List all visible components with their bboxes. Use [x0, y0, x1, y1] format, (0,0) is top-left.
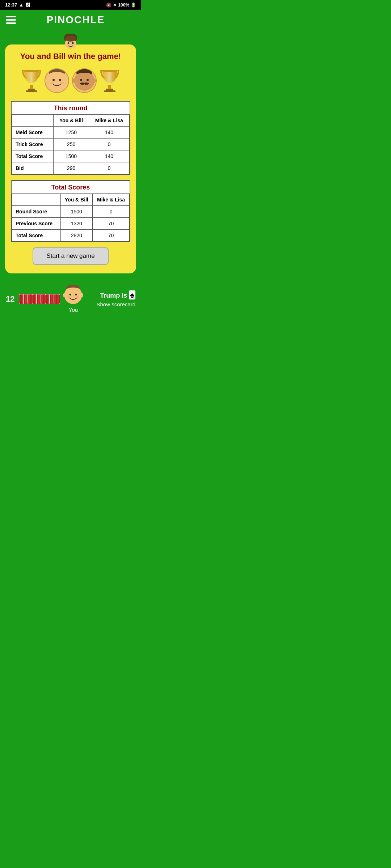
total-col-empty	[12, 194, 61, 206]
row-v1: 1500	[54, 150, 89, 162]
row-v2: 70	[93, 230, 130, 242]
svg-point-36	[67, 296, 71, 298]
win-title: You and Bill win the game!	[11, 52, 130, 61]
status-left: 12:37 ▲ 🖼	[5, 2, 30, 8]
row-v2: 140	[89, 150, 129, 162]
app-header: PINOCHLE	[0, 10, 141, 30]
status-bar: 12:37 ▲ 🖼 🔇 ✕ 100% 🔋	[0, 0, 141, 10]
row-v2: 0	[93, 206, 130, 218]
table-row: Meld Score 1250 140	[12, 127, 130, 139]
svg-point-22	[87, 79, 89, 81]
player-face-bill	[45, 68, 69, 93]
trump-text: Trump is ♠	[96, 290, 135, 300]
row-label: Previous Score	[12, 218, 61, 230]
round-col1-header: You & Bill	[54, 115, 89, 127]
svg-point-2	[68, 42, 70, 44]
svg-point-34	[70, 294, 71, 295]
svg-point-39	[81, 293, 83, 297]
svg-point-15	[60, 82, 64, 84]
row-label: Meld Score	[12, 127, 54, 139]
signal-icon: ✕	[113, 3, 117, 8]
round-col-empty	[12, 115, 54, 127]
show-scorecard-link[interactable]: Show scorecard	[96, 301, 135, 307]
table-row: Total Score 1500 140	[12, 150, 130, 162]
image-icon: 🖼	[25, 2, 30, 8]
green-space	[0, 30, 141, 44]
hamburger-line-2	[6, 19, 16, 21]
svg-rect-28	[104, 90, 115, 92]
table-row: Round Score 1500 0	[12, 206, 130, 218]
card-back-9	[54, 294, 60, 304]
total-score-table: Total Scores You & Bill Mike & Lisa Roun…	[11, 180, 130, 242]
card-count: 12	[6, 294, 14, 304]
battery-icon: 🔋	[131, 3, 136, 8]
status-right: 🔇 ✕ 100% 🔋	[106, 3, 136, 8]
row-v1: 1250	[54, 127, 89, 139]
row-v1: 290	[54, 162, 89, 174]
row-v2: 140	[89, 127, 129, 139]
player-name-label: You	[69, 307, 78, 313]
app-title: PINOCHLE	[16, 14, 135, 26]
peeking-character	[62, 34, 80, 48]
row-label: Total Score	[12, 150, 54, 162]
svg-point-3	[72, 42, 74, 44]
round-table: You & Bill Mike & Lisa Meld Score 1250 1…	[12, 114, 130, 174]
time: 12:37	[5, 2, 17, 8]
svg-point-21	[80, 79, 82, 81]
total-table: You & Bill Mike & Lisa Round Score 1500 …	[12, 193, 130, 242]
table-row: Bid 290 0	[12, 162, 130, 174]
svg-point-11	[49, 72, 65, 78]
svg-rect-8	[24, 70, 39, 72]
row-v1: 2820	[60, 230, 92, 242]
trump-section: Trump is ♠ Show scorecard	[96, 290, 135, 307]
round-table-title: This round	[12, 102, 130, 114]
total-col2-header: Mike & Lisa	[93, 194, 130, 206]
row-label: Trick Score	[12, 139, 54, 150]
hamburger-line-3	[6, 22, 16, 24]
svg-rect-30	[102, 70, 117, 72]
total-col1-header: You & Bill	[60, 194, 92, 206]
hamburger-menu[interactable]	[6, 16, 16, 24]
row-label: Bid	[12, 162, 54, 174]
trophy-left	[21, 68, 42, 94]
spade-icon: ♠	[129, 290, 135, 299]
svg-rect-7	[30, 85, 33, 89]
hamburger-line-1	[6, 16, 16, 17]
row-v2: 70	[93, 218, 130, 230]
svg-point-26	[93, 78, 96, 83]
svg-point-35	[75, 294, 77, 295]
row-label: Total Score	[12, 230, 61, 242]
row-v2: 0	[89, 139, 129, 150]
svg-point-12	[52, 79, 55, 81]
svg-point-25	[73, 78, 76, 83]
svg-point-13	[59, 79, 61, 81]
svg-point-37	[76, 296, 79, 298]
total-table-title: Total Scores	[12, 181, 130, 193]
table-row: Trick Score 250 0	[12, 139, 130, 150]
row-v1: 250	[54, 139, 89, 150]
start-new-game-button[interactable]: Start a new game	[33, 247, 108, 265]
svg-point-16	[45, 78, 48, 83]
row-v1: 1320	[60, 218, 92, 230]
row-v2: 0	[89, 162, 129, 174]
trophy-right	[100, 68, 120, 94]
svg-point-38	[63, 293, 66, 297]
svg-point-20	[76, 73, 92, 78]
round-score-table: This round You & Bill Mike & Lisa Meld S…	[11, 101, 130, 175]
svg-point-14	[50, 82, 54, 84]
row-label: Round Score	[12, 206, 61, 218]
bottom-game-area: 12 You	[0, 279, 141, 320]
table-row: Previous Score 1320 70	[12, 218, 130, 230]
player-avatar	[63, 285, 83, 305]
round-col2-header: Mike & Lisa	[89, 115, 129, 127]
card-stack	[19, 294, 58, 304]
svg-point-4	[65, 36, 76, 42]
svg-point-17	[66, 78, 68, 83]
player-section: You	[63, 285, 83, 313]
svg-rect-29	[108, 85, 111, 89]
mute-icon: 🔇	[106, 3, 112, 8]
svg-point-33	[66, 288, 80, 293]
table-row: Total Score 2820 70	[12, 230, 130, 242]
winners-row	[11, 68, 130, 94]
player-face-you	[72, 68, 97, 93]
